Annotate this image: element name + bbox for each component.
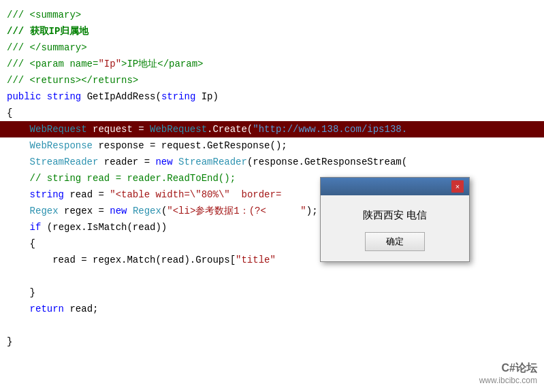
watermark-site: C#论坛 <box>479 361 537 376</box>
code-text-13: Regex regex = new Regex("<li>参考数据1：(?< "… <box>7 205 318 217</box>
dialog-titlebar: × <box>321 178 469 195</box>
code-text-9: WebResponse response = request.GetRespon… <box>7 140 287 151</box>
code-line-4: /// <param name="Ip">IP地址</param> <box>0 56 544 72</box>
code-text-6: public string GetIpAddRess(string Ip) <box>7 91 219 102</box>
code-text-14: if (regex.IsMatch(read)) <box>7 222 167 233</box>
code-text-15: { <box>7 238 35 249</box>
code-text-20 <box>7 320 12 331</box>
code-line-20 <box>0 317 544 333</box>
code-line-10: StreamReader reader = new StreamReader(r… <box>0 154 544 170</box>
code-text-16: read = regex.Match(read).Groups["title" <box>7 255 276 265</box>
code-line-7: { <box>0 105 544 121</box>
code-line-9: WebResponse response = request.GetRespon… <box>0 137 544 154</box>
watermark-url: www.ibcibc.com <box>479 376 537 385</box>
dialog-close-button[interactable]: × <box>451 180 464 193</box>
dialog-message: 陕西西安 电信 <box>363 209 427 222</box>
code-text-4: /// <param name="Ip">IP地址</param> <box>7 58 203 70</box>
code-text-10: StreamReader reader = new StreamReader(r… <box>7 157 407 167</box>
code-text-5: /// <returns></returns> <box>7 75 138 86</box>
code-text-3: /// </summary> <box>7 42 87 53</box>
code-text-18: } <box>7 287 35 298</box>
code-text-19: return read; <box>7 304 98 314</box>
code-text-12: string read = "<table width=\"80%\" bord… <box>7 189 373 200</box>
code-text-2: /// 获取IP归属地 <box>7 25 89 37</box>
code-editor: /// <summary> /// 获取IP归属地 /// </summary>… <box>0 0 544 392</box>
dialog-title-text <box>326 182 328 191</box>
code-text-11: // string read = reader.ReadToEnd(); <box>7 173 236 184</box>
code-text-21: } <box>7 336 12 347</box>
code-line-17 <box>0 268 544 284</box>
watermark: C#论坛 www.ibcibc.com <box>479 361 537 385</box>
code-line-1: /// <summary> <box>0 7 544 23</box>
dialog-box[interactable]: × 陕西西安 电信 确定 <box>320 177 470 262</box>
code-line-18: } <box>0 284 544 301</box>
code-line-6: public string GetIpAddRess(string Ip) <box>0 88 544 105</box>
code-text-8: WebRequest request = WebRequest.Create("… <box>7 124 407 135</box>
code-line-8: WebRequest request = WebRequest.Create("… <box>0 121 544 137</box>
dialog-ok-button[interactable]: 确定 <box>365 232 425 251</box>
dialog-body: 陕西西安 电信 确定 <box>321 195 469 261</box>
code-text-17 <box>7 271 12 282</box>
code-line-3: /// </summary> <box>0 39 544 56</box>
code-text-1: /// <summary> <box>7 10 81 20</box>
code-text-7: { <box>7 108 12 118</box>
close-icon: × <box>455 182 460 191</box>
code-line-19: return read; <box>0 301 544 317</box>
code-line-2: /// 获取IP归属地 <box>0 23 544 39</box>
code-line-21: } <box>0 333 544 350</box>
code-line-5: /// <returns></returns> <box>0 72 544 88</box>
